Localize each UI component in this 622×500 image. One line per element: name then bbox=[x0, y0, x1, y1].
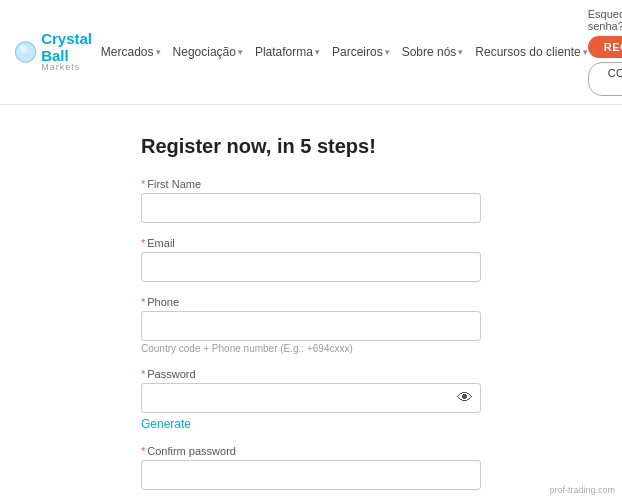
header: Crystal Ball Markets Mercados ▾ Negociaç… bbox=[0, 0, 622, 105]
page-title: Register now, in 5 steps! bbox=[141, 135, 481, 158]
nav-sobre-arrow: ▾ bbox=[458, 47, 463, 57]
logo-markets: Markets bbox=[41, 63, 101, 73]
nav-sobre[interactable]: Sobre nós ▾ bbox=[402, 45, 464, 59]
svg-point-3 bbox=[20, 45, 24, 51]
first-name-input[interactable] bbox=[141, 193, 481, 223]
logo-crystal-ball: Crystal Ball bbox=[41, 31, 101, 64]
generate-password-link[interactable]: Generate bbox=[141, 417, 191, 431]
phone-group: *Phone Country code + Phone number (E.g.… bbox=[141, 296, 481, 354]
register-button[interactable]: REGISTRAR bbox=[588, 36, 622, 58]
phone-input[interactable] bbox=[141, 311, 481, 341]
nav-parceiros-label: Parceiros bbox=[332, 45, 383, 59]
confirm-password-input[interactable] bbox=[141, 460, 481, 490]
email-label: *Email bbox=[141, 237, 481, 249]
main-content: Register now, in 5 steps! *First Name *E… bbox=[0, 105, 622, 500]
logo-area: Crystal Ball Markets bbox=[14, 31, 101, 73]
nav-parceiros-arrow: ▾ bbox=[385, 47, 390, 57]
header-right: Esqueceu sua senha? REGISTRAR CONECTE-SE bbox=[588, 8, 622, 96]
required-star-confirm: * bbox=[141, 445, 145, 457]
watermark: prof-trading.com bbox=[546, 484, 618, 496]
nav-negociacao[interactable]: Negociação ▾ bbox=[173, 45, 243, 59]
password-input[interactable] bbox=[141, 383, 481, 413]
show-password-icon[interactable]: 👁 bbox=[457, 389, 473, 407]
nav-plataforma-arrow: ▾ bbox=[315, 47, 320, 57]
confirm-password-label: *Confirm password bbox=[141, 445, 481, 457]
password-label: *Password bbox=[141, 368, 481, 380]
nav-negociacao-arrow: ▾ bbox=[238, 47, 243, 57]
nav-bar: Mercados ▾ Negociação ▾ Plataforma ▾ Par… bbox=[101, 45, 588, 59]
email-input[interactable] bbox=[141, 252, 481, 282]
required-star-phone: * bbox=[141, 296, 145, 308]
nav-recursos[interactable]: Recursos do cliente ▾ bbox=[475, 45, 587, 59]
email-group: *Email bbox=[141, 237, 481, 282]
password-wrapper: 👁 bbox=[141, 383, 481, 413]
registration-form: Register now, in 5 steps! *First Name *E… bbox=[141, 135, 481, 500]
nav-parceiros[interactable]: Parceiros ▾ bbox=[332, 45, 390, 59]
nav-sobre-label: Sobre nós bbox=[402, 45, 457, 59]
logo-icon bbox=[14, 36, 37, 68]
required-star-firstname: * bbox=[141, 178, 145, 190]
phone-label: *Phone bbox=[141, 296, 481, 308]
connect-button[interactable]: CONECTE-SE bbox=[588, 62, 622, 96]
forgot-password-label: Esqueceu sua senha? bbox=[588, 8, 622, 32]
phone-hint: Country code + Phone number (E.g.: +694c… bbox=[141, 343, 481, 354]
required-star-password: * bbox=[141, 368, 145, 380]
nav-mercados[interactable]: Mercados ▾ bbox=[101, 45, 161, 59]
confirm-password-group: *Confirm password bbox=[141, 445, 481, 490]
nav-recursos-label: Recursos do cliente bbox=[475, 45, 580, 59]
first-name-label: *First Name bbox=[141, 178, 481, 190]
nav-mercados-label: Mercados bbox=[101, 45, 154, 59]
nav-negociacao-label: Negociação bbox=[173, 45, 236, 59]
nav-plataforma-label: Plataforma bbox=[255, 45, 313, 59]
required-star-email: * bbox=[141, 237, 145, 249]
password-group: *Password 👁 Generate bbox=[141, 368, 481, 431]
logo-text: Crystal Ball Markets bbox=[41, 31, 101, 73]
nav-mercados-arrow: ▾ bbox=[156, 47, 161, 57]
nav-plataforma[interactable]: Plataforma ▾ bbox=[255, 45, 320, 59]
first-name-group: *First Name bbox=[141, 178, 481, 223]
